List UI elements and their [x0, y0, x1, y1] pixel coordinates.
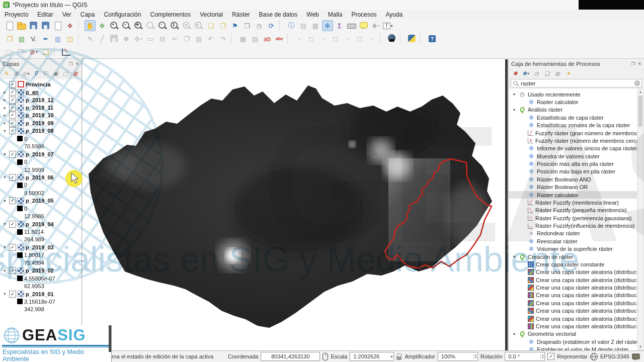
expand-arrow-icon[interactable]: ▸ [2, 90, 8, 95]
layer-p-2019-03[interactable]: ▾ ✓ p_2019_03 [0, 243, 82, 251]
expand-arrow-icon[interactable]: ▾ [512, 92, 517, 97]
crs-globe-icon[interactable] [590, 353, 598, 360]
zoom-out-icon[interactable]: −▾ [121, 20, 132, 31]
alg-crear-capa-raster-constante[interactable]: Crear capa ráster constante [509, 260, 637, 268]
processing-toolbox-icon[interactable]: ✻▾ [322, 20, 333, 31]
menu-item[interactable]: Ver [58, 11, 76, 18]
zoom-next-icon[interactable]: ▸▾ [193, 20, 204, 31]
scripts-icon[interactable]: ✱▾ [521, 69, 530, 78]
alg-muestra-de-valores[interactable]: ✻ Muestra de valores ráster [509, 152, 637, 160]
save-project-icon[interactable]: ▾ [28, 20, 39, 31]
scale-combobox[interactable]: 1:2092626▾ [350, 352, 394, 361]
layer-p-2019-12[interactable]: ▸ ✓ p_2019_12 [0, 96, 82, 104]
expand-arrow-icon[interactable]: ▸ [2, 98, 8, 102]
layer-p-2019-05[interactable]: ▾ ✓ p_2019_05 [0, 197, 82, 205]
remove-layer-icon[interactable]: ⊠▾ [71, 69, 79, 78]
legend-value[interactable]: ✓ 0 [0, 158, 82, 165]
statistics-icon[interactable]: Σ▾ [334, 20, 345, 31]
map-canvas[interactable] [83, 59, 505, 350]
alg-posicion-mas-alta[interactable]: ✻ Posición más alta en pila ráster [509, 160, 637, 167]
attribute-table-icon[interactable]: ▦▾ [310, 20, 321, 31]
add-record-icon[interactable]: ▭▾ [145, 33, 156, 44]
layer-p-2019-11[interactable]: ▸ ✓ p_2019_11 [0, 104, 82, 111]
layout-manager-icon[interactable]: ▾ [52, 20, 63, 31]
alg-fuzzify-gran-numero[interactable]: ╱ Fuzzify ráster (gran número de miembro… [509, 129, 637, 137]
save-project-as-icon[interactable]: ▾ [40, 20, 51, 31]
legend-value[interactable]: ✓ 0 [0, 205, 82, 212]
undock-panel-icon[interactable]: ❐ [68, 61, 72, 66]
menu-item[interactable]: Capa [76, 11, 100, 18]
change-label-icon[interactable]: ▫▾ [318, 33, 329, 44]
alg-crear-raster-aleatoria-5[interactable]: Crear una capa ráster aleatoria (distrib… [509, 299, 637, 307]
expand-arrow-icon[interactable]: ▾ [2, 268, 8, 273]
alg-fuzzify-pequena-membresia[interactable]: ╲ Ráster Fuzzify (pequeña membresía) [509, 207, 637, 214]
save-edits-icon[interactable]: ▾ [109, 33, 120, 44]
expand-arrow-icon[interactable]: ▾ [512, 254, 517, 259]
select-features-icon[interactable]: ▢▾ [4, 46, 15, 57]
alg-crear-raster-aleatoria-8[interactable]: Crear una capa ráster aleatoria (distrib… [509, 322, 637, 330]
elevation-profile-icon[interactable]: ∿▾ [60, 46, 71, 57]
rotation-spinbox[interactable]: 0.0 °▴▾ [505, 352, 545, 361]
layer-checkbox[interactable]: ✓ [9, 174, 16, 181]
layer-p-2019-04[interactable]: ▾ ✓ p_2019_04 [0, 220, 82, 228]
menu-item[interactable]: Configuración [99, 11, 145, 18]
auto-label-icon[interactable]: ab▾ [262, 33, 273, 44]
highlight-labels-icon[interactable]: ▨▾ [250, 33, 261, 44]
layer-checkbox[interactable]: ✓ [9, 151, 16, 158]
mouse-position-icon[interactable] [323, 353, 328, 360]
expand-arrow-icon[interactable]: ▸ [2, 121, 8, 125]
alg-estadisticas-de-capa-raster[interactable]: ✻ Estadísticas de capa ráster [509, 114, 637, 121]
toolbox-search[interactable]: raster ✕ [511, 79, 642, 87]
menu-item[interactable]: Procesos [347, 11, 381, 18]
add-group-icon[interactable]: ⊞▾ [12, 69, 21, 78]
alg-redondear-raster[interactable]: ≈ Redondear ráster [509, 230, 637, 237]
label-visibility-icon[interactable]: abc▾ [274, 33, 285, 44]
layer-checkbox[interactable]: ✓ [9, 81, 16, 88]
legend-value[interactable]: ✓ 9.59902 [0, 189, 82, 197]
render-checkbox[interactable]: ✓ [547, 353, 554, 360]
new-memory-layer-icon[interactable]: ◫▾ [64, 33, 75, 44]
metasearch-icon[interactable]: ▾ [386, 33, 397, 44]
open-layer-styling-icon[interactable]: ✎▾ [2, 69, 11, 78]
legend-value[interactable]: ✓ 11.6014 [0, 228, 82, 235]
alg-crear-raster-aleatoria-6[interactable]: Crear una capa ráster aleatoria (distrib… [509, 307, 637, 315]
options-icon[interactable]: ▦▾ [553, 69, 562, 78]
text-annotation-icon[interactable]: T▾ [382, 20, 393, 31]
undo-icon[interactable]: ↶▾ [205, 33, 216, 44]
deselect-all-icon[interactable]: ⊘▾ [28, 46, 39, 57]
new-spatialite-icon[interactable]: ✒▾ [40, 33, 51, 44]
layer-checkbox[interactable]: ✓ [9, 97, 16, 104]
group-usado-recientemente[interactable]: ▾ ◷ Usado recientemente [509, 90, 637, 98]
alg-crear-raster-aleatoria-2[interactable]: Crear una capa ráster aleatoria (distrib… [509, 276, 637, 284]
alg-fuzzify-influencia-membresia[interactable]: ◡ Ráster Fuzzify(influencia de membresía… [509, 222, 637, 229]
zoom-last-icon[interactable]: ◂▾ [181, 20, 192, 31]
show-bookmarks-icon[interactable]: ⚑▾ [229, 20, 240, 31]
python-console-icon[interactable]: ▾ [407, 33, 418, 44]
alg-raster-booleano-or[interactable]: ✻ Ráster Booleano OR [509, 184, 637, 191]
expand-arrow-icon[interactable]: ▾ [2, 199, 8, 203]
expand-arrow-icon[interactable]: ▸ [2, 106, 8, 110]
legend-value[interactable]: ✓ 70.5986 [0, 143, 82, 150]
alg-drapeado-valor-z[interactable]: ✻ Drapeado (establecer el valor Z del rá… [509, 338, 637, 345]
messages-icon[interactable]: ⋯ [632, 353, 640, 359]
legend-value[interactable]: ✓ 4.55806e-07 [0, 275, 82, 282]
new-project-icon[interactable]: ▾ [4, 20, 15, 31]
move-feature-icon[interactable]: ✥▾ [121, 33, 132, 44]
expand-arrow-icon[interactable]: ▾ [2, 222, 8, 226]
expand-all-icon[interactable]: ▣▾ [51, 69, 60, 78]
annotation-gear-icon[interactable]: ✺▾ [370, 20, 381, 31]
results-viewer-icon[interactable]: ❏▾ [542, 69, 551, 78]
legend-value[interactable]: ✓ 342.998 [0, 306, 82, 313]
redo-icon[interactable]: ↷▾ [217, 33, 228, 44]
menu-item[interactable]: Malla [324, 11, 347, 18]
select-by-value-icon[interactable]: ❒▾ [16, 46, 27, 57]
magnifier-spinbox[interactable]: 100%▴▾ [438, 352, 478, 361]
data-source-manager-icon[interactable]: ❐▾ [4, 33, 15, 44]
menu-item[interactable]: Ráster [227, 11, 254, 18]
filter-legend-icon[interactable]: ∇▾ [32, 69, 40, 78]
legend-value[interactable]: ✓ 0 [0, 135, 82, 142]
layer-checkbox[interactable]: ✓ [9, 88, 16, 96]
layer-p-2019-10[interactable]: ▸ ✓ p_2019_10 [0, 112, 82, 119]
edit-in-place-icon[interactable]: ✦▾ [564, 69, 573, 78]
select-by-location-icon[interactable]: ❏▾ [40, 46, 51, 57]
